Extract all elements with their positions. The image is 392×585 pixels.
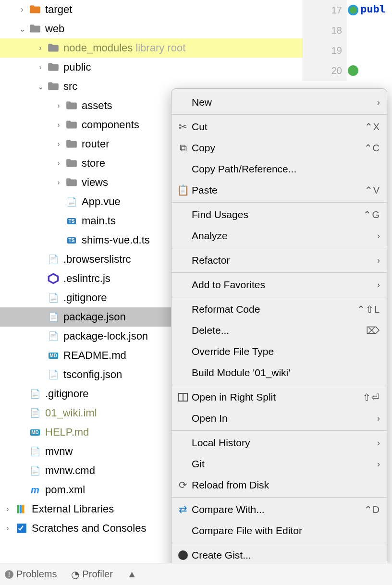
menu-paste[interactable]: 📋Paste⌃V [172, 180, 387, 201]
md-file-icon: MD [29, 426, 41, 439]
folder-icon [65, 157, 78, 170]
menu-separator [172, 385, 387, 385]
gutter-line[interactable]: 18 [303, 20, 347, 40]
menu-new[interactable]: New› [172, 92, 387, 113]
tree-label: 01_wiki.iml [45, 407, 97, 419]
tree-label: package.json [63, 311, 126, 323]
submenu-arrow-icon: › [377, 231, 380, 241]
gutter-marker-icon[interactable] [348, 5, 358, 15]
maven-file-icon: m [29, 484, 41, 496]
tree-label: mvnw.cmd [45, 464, 95, 477]
tree-label: External Libraries [32, 503, 114, 515]
submenu-arrow-icon: › [377, 414, 380, 424]
tree-label: target [45, 3, 72, 16]
menu-reload-disk[interactable]: ⟳Reload from Disk [172, 475, 387, 496]
reload-icon: ⟳ [176, 479, 190, 491]
submenu-arrow-icon: › [377, 98, 380, 108]
menu-favorites[interactable]: Add to Favorites› [172, 274, 387, 295]
menu-separator [172, 297, 387, 297]
folder-icon [47, 42, 60, 54]
svg-marker-0 [49, 274, 58, 283]
json-file-icon: 📄 [47, 368, 60, 381]
shortcut: ⌃D [364, 504, 380, 515]
iml-file-icon: 📄 [29, 407, 41, 419]
menu-separator [172, 497, 387, 498]
chevron-right-icon[interactable]: › [52, 101, 65, 110]
status-problems[interactable]: ! Problems [5, 569, 57, 580]
menu-separator [172, 202, 387, 203]
cut-icon: ✂ [176, 121, 190, 133]
github-icon [176, 549, 190, 561]
tree-label: mvnw [45, 445, 73, 458]
folder-icon [65, 99, 78, 112]
tree-item-web[interactable]: ⌄ web [0, 19, 303, 38]
menu-compare-editor[interactable]: Compare File with Editor [172, 520, 387, 541]
chevron-down-icon[interactable]: ⌄ [34, 82, 47, 91]
file-icon: 📄 [29, 445, 41, 458]
shortcut: ⇧⏎ [363, 391, 380, 403]
tree-item-target[interactable]: › target [0, 0, 303, 19]
folder-icon [29, 23, 41, 35]
tree-label: .eslintrc.js [63, 272, 110, 285]
tree-label: components [82, 119, 139, 131]
tree-label: router [82, 138, 109, 150]
tree-label: pom.xml [45, 484, 85, 496]
chevron-right-icon[interactable]: › [15, 5, 29, 14]
gutter-line[interactable]: 17 [303, 0, 347, 20]
chevron-down-icon[interactable]: ⌄ [15, 24, 29, 34]
tree-label: shims-vue.d.ts [82, 234, 150, 246]
chevron-right-icon[interactable]: › [52, 178, 65, 187]
tree-hint: library root [135, 42, 185, 54]
menu-refactor[interactable]: Refactor› [172, 250, 387, 271]
menu-cut[interactable]: ✂Cut⌃X [172, 116, 387, 137]
menu-separator [172, 430, 387, 431]
gutter-line[interactable]: 20 [303, 61, 347, 81]
status-warning[interactable]: ▲ [127, 569, 137, 580]
menu-git[interactable]: Git› [172, 453, 387, 475]
chevron-right-icon[interactable]: › [34, 44, 47, 52]
chevron-right-icon[interactable]: › [0, 505, 15, 513]
chevron-right-icon[interactable]: › [52, 159, 65, 168]
chevron-right-icon[interactable]: › [34, 63, 47, 72]
eslint-icon [47, 272, 60, 285]
menu-reformat[interactable]: Reformat Code⌃⇧L [172, 299, 387, 320]
profiler-icon: ◔ [71, 569, 79, 580]
tree-label: App.vue [82, 195, 121, 208]
chevron-right-icon[interactable]: › [52, 140, 65, 148]
ts-file-icon: TS [65, 234, 78, 246]
tree-label: .gitignore [45, 388, 89, 400]
json-file-icon: 📄 [47, 311, 60, 323]
status-profiler[interactable]: ◔ Profiler [71, 569, 112, 580]
folder-icon [47, 61, 60, 73]
chevron-right-icon[interactable]: › [0, 524, 15, 533]
menu-copy[interactable]: ⧉Copy⌃C [172, 137, 387, 158]
menu-compare-with[interactable]: ⇄Compare With...⌃D [172, 499, 387, 520]
json-file-icon: 📄 [47, 330, 60, 342]
svg-rect-3 [22, 505, 24, 513]
menu-local-history[interactable]: Local History› [172, 432, 387, 453]
code-editor[interactable]: publ [360, 0, 392, 86]
paste-icon: 📋 [176, 184, 190, 196]
svg-point-7 [178, 550, 188, 560]
menu-find-usages[interactable]: Find Usages⌃G [172, 204, 387, 225]
gutter-line[interactable]: 19 [303, 40, 347, 61]
tree-item-public[interactable]: › public [0, 58, 303, 77]
chevron-right-icon[interactable]: › [52, 121, 65, 129]
tree-item-node-modules[interactable]: › node_modules library root [0, 38, 303, 58]
tree-label: Scratches and Consoles [32, 522, 146, 535]
gutter-marker-icon[interactable] [348, 65, 358, 76]
menu-open-right-split[interactable]: Open in Right Split⇧⏎ [172, 387, 387, 408]
menu-delete[interactable]: Delete...⌦ [172, 320, 387, 341]
status-bar: ! Problems ◔ Profiler ▲ [0, 563, 392, 585]
folder-icon [65, 138, 78, 150]
menu-build-module[interactable]: Build Module '01_wiki' [172, 362, 387, 383]
menu-separator [172, 248, 387, 248]
menu-copy-path[interactable]: Copy Path/Reference... [172, 158, 387, 180]
gitignore-file-icon: 📄 [29, 388, 41, 400]
menu-open-in[interactable]: Open In› [172, 408, 387, 429]
menu-analyze[interactable]: Analyze› [172, 225, 387, 246]
tree-label: public [63, 61, 91, 73]
tree-label: node_modules [63, 42, 133, 54]
vue-file-icon: 📄 [65, 195, 78, 208]
menu-override-file-type[interactable]: Override File Type [172, 341, 387, 362]
